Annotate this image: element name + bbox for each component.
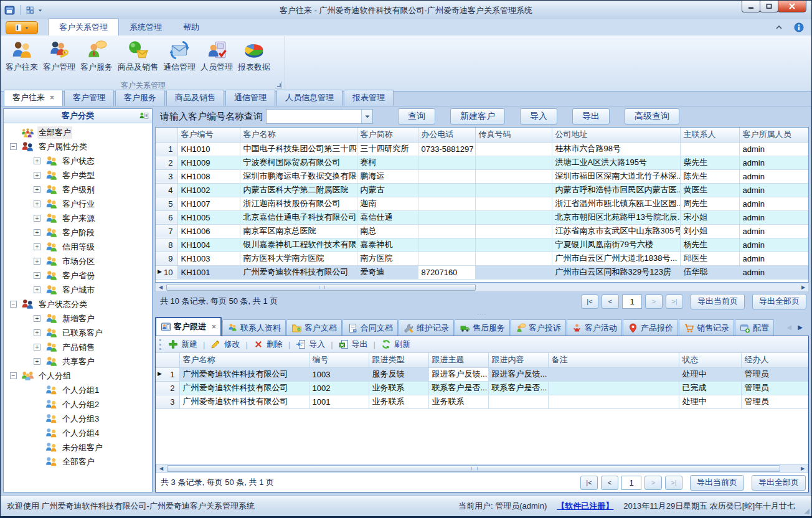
- tree-item[interactable]: + 市场分区: [4, 254, 152, 268]
- column-header[interactable]: 公司地址: [552, 128, 680, 142]
- first-page-button[interactable]: |<: [581, 294, 598, 309]
- page-number-input[interactable]: [622, 294, 642, 309]
- document-tab[interactable]: 通信管理: [225, 90, 275, 106]
- tree-item[interactable]: + 客户类型: [4, 168, 152, 182]
- table-row[interactable]: 7KH1006南京军区南京总医院南总江苏省南京市玄武区中山东路305号刘小姐ad…: [156, 224, 808, 238]
- dialog-launcher-icon[interactable]: [275, 82, 282, 88]
- ribbon-button[interactable]: 客户往来: [3, 38, 40, 74]
- table-row[interactable]: 2KH1009宁波赛柯国际贸易有限公司赛柯洪塘工业A区洪大路195号柴先生adm…: [156, 156, 808, 169]
- table-row[interactable]: 3KH1008深圳市鹏海运电子数据交换有限公司鹏海运深圳市福田区深南大道北竹子林…: [156, 169, 808, 183]
- prev-page-button[interactable]: <: [602, 294, 619, 309]
- edit-button[interactable]: 修改: [207, 337, 243, 351]
- tree-item[interactable]: 未分组客户: [4, 440, 152, 454]
- last-page-button[interactable]: >|: [665, 476, 682, 490]
- expand-toggle[interactable]: +: [34, 315, 40, 322]
- advanced-query-button[interactable]: 高级查询: [625, 108, 679, 125]
- expand-toggle[interactable]: +: [34, 344, 40, 351]
- new-button[interactable]: 新建: [165, 337, 201, 351]
- collapse-toggle[interactable]: −: [10, 301, 17, 308]
- tree-item[interactable]: + 客户阶段: [4, 225, 152, 240]
- next-page-button[interactable]: >: [645, 294, 663, 309]
- scrollbar-thumb[interactable]: [167, 465, 780, 472]
- document-tab[interactable]: 报表管理: [344, 90, 394, 106]
- tree-item[interactable]: 个人分组3: [4, 412, 152, 426]
- export-current-page-button[interactable]: 导出当前页: [690, 475, 744, 491]
- column-header[interactable]: 状态: [679, 353, 741, 367]
- expand-toggle[interactable]: +: [34, 186, 40, 193]
- ribbon-button[interactable]: 报表数据: [235, 38, 273, 74]
- tree-item[interactable]: − 客户状态分类: [4, 297, 152, 311]
- tree-item[interactable]: − 客户属性分类: [4, 139, 152, 154]
- expand-toggle[interactable]: +: [34, 286, 40, 293]
- ribbon-tab[interactable]: 帮助: [172, 19, 210, 35]
- ribbon-tab[interactable]: 系统管理: [119, 19, 172, 35]
- collapse-toggle[interactable]: −: [10, 143, 17, 150]
- ribbon-button[interactable]: 商品及销售: [115, 38, 161, 74]
- column-header[interactable]: 客户名称: [240, 128, 357, 142]
- tree-item[interactable]: 全部客户: [4, 125, 152, 139]
- next-page-button[interactable]: >: [644, 476, 662, 490]
- expand-toggle[interactable]: +: [34, 172, 40, 179]
- document-tab[interactable]: 客户往来×: [4, 90, 63, 106]
- prev-page-button[interactable]: <: [601, 476, 618, 490]
- splitter-handle[interactable]: [155, 311, 809, 317]
- collapse-ribbon-icon[interactable]: [774, 22, 784, 32]
- scroll-right-icon[interactable]: ▶: [798, 466, 808, 471]
- tree-item[interactable]: 个人分组1: [4, 383, 152, 397]
- document-tab[interactable]: 商品及销售: [166, 90, 224, 106]
- qat-caret-down-icon[interactable]: [37, 7, 43, 13]
- detail-tab[interactable]: 销售记录: [679, 319, 734, 336]
- export-button[interactable]: 导出: [336, 337, 371, 351]
- detail-tab[interactable]: 合同文档: [342, 319, 398, 336]
- table-row[interactable]: 6KH1005北京嘉信仕通电子科技有限公司嘉信仕通北京市朝阳区北苑路甲13号院北…: [156, 210, 808, 224]
- column-header[interactable]: 备注: [548, 353, 679, 367]
- detail-tab[interactable]: 客户活动: [567, 319, 622, 336]
- column-header[interactable]: 客户名称: [179, 353, 309, 367]
- tree-item[interactable]: + 客户来源: [4, 211, 152, 225]
- customer-search-combobox[interactable]: [266, 109, 373, 124]
- table-row[interactable]: 8KH1004银川嘉泰神机工程软件技术有限公司嘉泰神机宁夏银川凤凰南街79号六楼…: [156, 238, 808, 252]
- document-tab[interactable]: 客户服务: [115, 90, 165, 106]
- tree-item[interactable]: + 客户状态: [4, 154, 152, 168]
- new-customer-button[interactable]: 新建客户: [450, 108, 505, 125]
- tree-item[interactable]: + 客户级别: [4, 182, 152, 197]
- tree-item[interactable]: + 新增客户: [4, 311, 152, 326]
- table-row[interactable]: 9KH1003南方医科大学南方医院南方医院广州市白云区广州大道北1838号...…: [156, 252, 808, 265]
- expand-toggle[interactable]: +: [34, 258, 40, 265]
- scroll-tabs-right-icon[interactable]: ▶: [798, 324, 803, 331]
- tree-item[interactable]: + 已联系客户: [4, 326, 152, 340]
- close-tab-icon[interactable]: ×: [212, 323, 216, 331]
- tree-item[interactable]: + 产品销售: [4, 340, 152, 354]
- table-row[interactable]: 1KH1010中国电子科技集团公司第三十四研...三十四研究所0733-5881…: [156, 142, 808, 156]
- column-header[interactable]: 办公电话: [418, 128, 475, 142]
- horizontal-scrollbar[interactable]: ◀ ▶: [156, 464, 808, 473]
- detail-tab[interactable]: 客户文档: [286, 319, 342, 336]
- import-button[interactable]: 导入: [520, 108, 557, 125]
- ribbon-button[interactable]: 客户管理: [40, 38, 78, 74]
- detail-tab[interactable]: 客户跟进×: [155, 317, 222, 336]
- app-icon[interactable]: [4, 5, 15, 16]
- refresh-button[interactable]: 刷新: [378, 337, 413, 351]
- last-page-button[interactable]: >|: [666, 294, 683, 309]
- delete-button[interactable]: 删除: [250, 337, 286, 351]
- ribbon-button[interactable]: 人员管理: [198, 38, 235, 74]
- ribbon-tab[interactable]: 客户关系管理: [48, 18, 119, 35]
- column-header[interactable]: 传真号码: [475, 128, 552, 142]
- maximize-button[interactable]: [760, 1, 778, 12]
- table-row[interactable]: ▶10KH1001广州爱奇迪软件科技有限公司爱奇迪87207160广州市白云区同…: [156, 265, 808, 279]
- close-tab-icon[interactable]: ×: [50, 93, 54, 102]
- detail-tab[interactable]: 联系人资料: [222, 319, 286, 336]
- tree-item[interactable]: + 客户省份: [4, 268, 152, 283]
- column-header[interactable]: 客户编号: [177, 128, 240, 142]
- column-header[interactable]: 主联系人: [680, 128, 739, 142]
- detail-tab[interactable]: 产品报价: [623, 319, 678, 336]
- detail-tab[interactable]: 客户投诉: [511, 319, 566, 336]
- expand-toggle[interactable]: +: [34, 358, 40, 365]
- table-row[interactable]: ▶1广州爱奇迪软件科技有限公司1003服务反馈跟进客户反馈...跟进客户反馈..…: [156, 367, 808, 381]
- table-row[interactable]: 4KH1002内蒙古医科大学第二附属医院内蒙古内蒙古呼和浩特市回民区内蒙古医..…: [156, 183, 808, 197]
- scrollbar-thumb[interactable]: [166, 284, 476, 291]
- export-button[interactable]: 导出: [572, 108, 610, 125]
- export-current-page-button[interactable]: 导出当前页: [691, 294, 745, 309]
- column-header[interactable]: 跟进内容: [488, 353, 548, 367]
- export-all-pages-button[interactable]: 导出全部页: [752, 294, 806, 309]
